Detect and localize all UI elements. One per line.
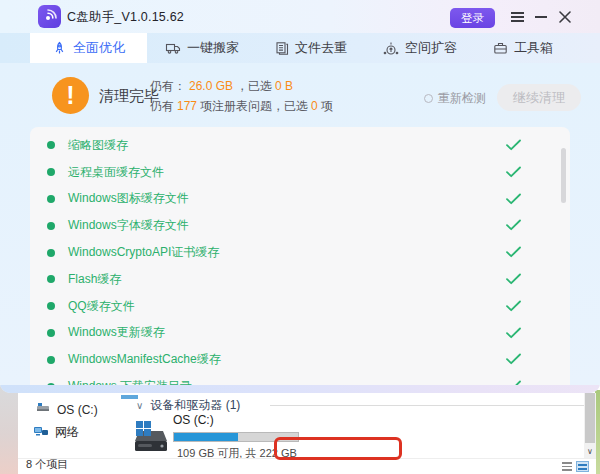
file-explorer-window: OS (C:) 网络 ∨ 设备和驱动器 (1): [18, 393, 596, 474]
cleanup-item-row[interactable]: 远程桌面缓存文件: [30, 159, 570, 186]
cleanup-item-label: Windows 下载安装目录: [68, 378, 192, 385]
tab-one-click-move[interactable]: 一键搬家: [147, 33, 257, 63]
desktop-wallpaper-left: [0, 385, 18, 474]
cleanup-item-row[interactable]: Windows更新缓存: [30, 320, 570, 347]
cleanup-item-row[interactable]: 缩略图缓存: [30, 132, 570, 159]
tab-label: 空间扩容: [405, 39, 457, 57]
explorer-scrollbar[interactable]: ∨: [584, 393, 596, 458]
tab-label: 全面优化: [73, 39, 125, 57]
cleanup-item-list: 缩略图缓存 远程桌面缓存文件 Windows图标缓存文件 Windows字体缓存…: [30, 127, 570, 385]
cleanup-rows: 缩略图缓存 远程桌面缓存文件 Windows图标缓存文件 Windows字体缓存…: [30, 132, 570, 385]
sidebar-item-label: 网络: [55, 424, 79, 441]
group-divider: [270, 405, 590, 406]
checkmark-icon: [505, 272, 522, 290]
cleanup-item-label: QQ缓存文件: [68, 298, 135, 315]
details-view-icon[interactable]: [562, 462, 572, 471]
optimization-panel: ! 清理完毕 仍有：26.0 GB，已选0 B 仍有177项注册表问题，已选0项…: [0, 63, 600, 385]
cleanup-item-row[interactable]: WindowsManifestCache缓存: [30, 346, 570, 373]
green-dot-icon: [47, 222, 55, 230]
tab-label: 一键搬家: [187, 39, 239, 57]
cleanup-item-label: WindowsManifestCache缓存: [68, 351, 221, 368]
expand-icon: [383, 41, 399, 56]
green-dot-icon: [47, 168, 55, 176]
checkmark-icon: [505, 352, 522, 370]
cleanup-item-label: Flash缓存: [68, 271, 121, 288]
cleanup-item-label: Windows图标缓存文件: [68, 190, 189, 207]
network-icon: [33, 425, 49, 441]
cleanup-item-row[interactable]: QQ缓存文件: [30, 293, 570, 320]
tiles-view-icon[interactable]: [576, 461, 589, 472]
cleanup-item-row[interactable]: WindowsCryptoAPI证书缓存: [30, 239, 570, 266]
drive-name-label[interactable]: OS (C:): [173, 413, 214, 427]
cleanup-item-label: 缩略图缓存: [68, 137, 128, 154]
recheck-label: 重新检测: [438, 90, 486, 107]
cleanup-item-row[interactable]: Windows图标缓存文件: [30, 186, 570, 213]
cleanup-item-row[interactable]: Flash缓存: [30, 266, 570, 293]
explorer-statusbar: 8 个项目: [18, 458, 596, 474]
app-logo-icon: [38, 5, 61, 28]
login-button[interactable]: 登录: [450, 8, 495, 28]
sidebar-item-label: OS (C:): [57, 403, 98, 417]
list-scrollbar-thumb[interactable]: [561, 148, 566, 203]
remaining-size: 26.0 GB: [186, 79, 236, 93]
window-title: C盘助手_V1.0.15.62: [67, 9, 184, 26]
sidebar-item-network[interactable]: 网络: [33, 424, 79, 441]
tab-file-dedup[interactable]: 文件去重: [257, 33, 365, 63]
minimize-icon[interactable]: [533, 10, 548, 24]
explorer-main-pane: ∨ 设备和驱动器 (1) OS (C:): [128, 393, 584, 458]
cleanup-summary: 仍有：26.0 GB，已选0 B 仍有177项注册表问题，已选0项: [150, 76, 333, 116]
tab-label: 文件去重: [295, 39, 347, 57]
documents-icon: [275, 41, 289, 56]
truck-icon: [165, 41, 181, 55]
scrollbar-thumb[interactable]: [585, 393, 595, 443]
cleanup-item-label: Windows更新缓存: [68, 324, 165, 341]
cleanup-item-label: WindowsCryptoAPI证书缓存: [68, 244, 219, 261]
green-dot-icon: [47, 275, 55, 283]
continue-clean-button[interactable]: 继续清理: [497, 84, 581, 111]
close-icon[interactable]: [557, 10, 572, 24]
tab-space-expand[interactable]: 空间扩容: [365, 33, 475, 63]
group-header-label: 设备和驱动器 (1): [150, 397, 240, 414]
tab-label: 工具箱: [514, 39, 553, 57]
checkmark-icon: [505, 299, 522, 317]
drive-small-icon: [36, 402, 51, 417]
recheck-button[interactable]: 重新检测: [424, 90, 486, 107]
recheck-icon: [424, 94, 433, 103]
green-dot-icon: [47, 195, 55, 203]
drive-usage-fill: [174, 433, 238, 441]
summary-line-2: 仍有177项注册表问题，已选0项: [150, 96, 333, 116]
chevron-down-icon: ∨: [136, 400, 143, 411]
checkmark-icon: [505, 192, 522, 210]
toolbox-icon: [493, 41, 508, 55]
tab-toolbox[interactable]: 工具箱: [475, 33, 571, 63]
green-dot-icon: [47, 302, 55, 310]
green-dot-icon: [47, 329, 55, 337]
selected-size: 0 B: [272, 79, 296, 93]
checkmark-icon: [505, 138, 522, 156]
sidebar-item-os-c[interactable]: OS (C:): [36, 402, 98, 417]
green-dot-icon: [47, 249, 55, 257]
hard-drive-icon[interactable]: [133, 417, 169, 458]
item-count-label: 8 个项目: [26, 457, 68, 472]
red-annotation-box: [274, 437, 402, 460]
registry-issue-count: 177: [174, 99, 200, 113]
window-bottom-edge: [0, 385, 600, 393]
summary-line-1: 仍有：26.0 GB，已选0 B: [150, 76, 333, 96]
tab-full-optimization[interactable]: 全面优化: [30, 33, 147, 63]
screen: C盘助手_V1.0.15.62 登录 全面优化: [0, 0, 600, 474]
checkmark-icon: [505, 245, 522, 263]
scroll-down-arrow[interactable]: ∨: [584, 445, 596, 458]
cdrive-assistant-window: C盘助手_V1.0.15.62 登录 全面优化: [0, 0, 600, 393]
menu-icon[interactable]: [510, 10, 525, 24]
cleanup-item-row[interactable]: Windows字体缓存文件: [30, 212, 570, 239]
titlebar: C盘助手_V1.0.15.62 登录: [0, 0, 600, 33]
cleanup-item-row[interactable]: Windows 下载安装目录: [30, 373, 570, 385]
checkmark-icon: [505, 165, 522, 183]
drive-group-header[interactable]: ∨ 设备和驱动器 (1): [136, 397, 240, 414]
checkmark-icon: [505, 326, 522, 344]
green-dot-icon: [47, 141, 55, 149]
cleanup-item-label: 远程桌面缓存文件: [68, 164, 164, 181]
tab-bar: 全面优化 一键搬家: [0, 33, 600, 63]
checkmark-icon: [505, 218, 522, 236]
rocket-icon: [52, 41, 67, 56]
